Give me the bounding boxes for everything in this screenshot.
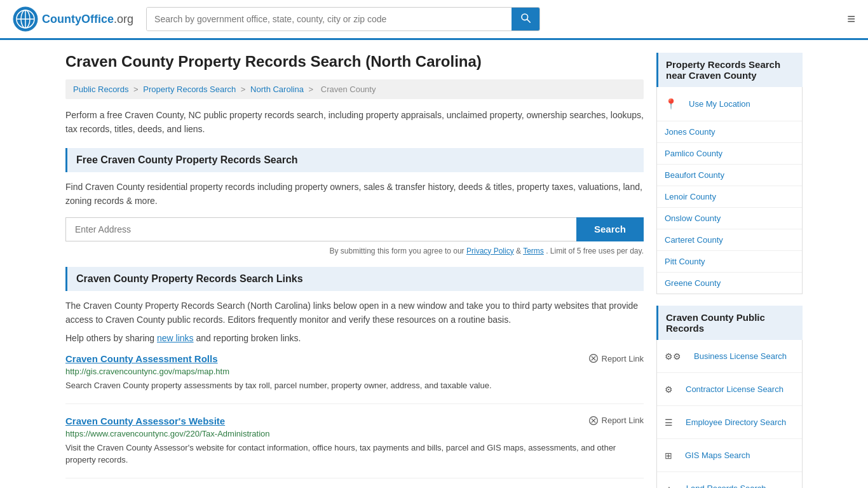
report-link-button-2[interactable]: Report Link xyxy=(588,416,644,426)
link-item-header-2: Craven County Assessor's Website Report … xyxy=(65,416,644,426)
sidebar-item-pamlico-county[interactable]: Pamlico County xyxy=(657,143,802,164)
link-desc-2: Visit the Craven County Assessor's websi… xyxy=(65,442,644,466)
sidebar-item-greene-county[interactable]: Greene County xyxy=(657,273,802,294)
nearby-counties-list: 📍 Use My Location Jones County Pamlico C… xyxy=(656,87,803,294)
sidebar-item-lenoir-county[interactable]: Lenoir County xyxy=(657,186,802,207)
gis-maps-icon: ⊞ xyxy=(665,451,672,461)
links-section-heading: Craven County Property Records Search Li… xyxy=(65,267,644,291)
links-section: Craven County Property Records Search Li… xyxy=(65,267,644,478)
list-item: ⊞ GIS Maps Search xyxy=(657,439,802,472)
link-title-assessor-website[interactable]: Craven County Assessor's Website xyxy=(65,416,225,426)
report-link-button-1[interactable]: Report Link xyxy=(588,353,644,363)
page-description: Perform a free Craven County, NC public … xyxy=(65,108,644,137)
terms-link[interactable]: Terms xyxy=(523,247,544,255)
breadcrumb-north-carolina[interactable]: North Carolina xyxy=(250,85,304,94)
sidebar-item-contractor-license[interactable]: Contractor License Search xyxy=(678,379,791,400)
sidebar-item-business-license[interactable]: Business License Search xyxy=(686,346,794,367)
free-search-heading: Free Craven County Property Records Sear… xyxy=(65,148,644,172)
list-item: ▲ Land Records Search xyxy=(657,472,802,488)
sidebar-item-onslow-county[interactable]: Onslow County xyxy=(657,208,802,229)
links-description: The Craven County Property Records Searc… xyxy=(65,299,644,327)
page-title: Craven County Property Records Search (N… xyxy=(65,53,644,71)
list-item: Greene County xyxy=(657,273,802,294)
public-records-list: ⚙⚙ Business License Search ⚙ Contractor … xyxy=(656,340,803,488)
breadcrumb-public-records[interactable]: Public Records xyxy=(73,85,128,94)
list-item: ⚙ Contractor License Search xyxy=(657,373,802,406)
header: CountyOffice.org ≡ xyxy=(0,0,868,40)
use-my-location-link[interactable]: Use My Location xyxy=(681,93,758,114)
link-url-2[interactable]: https://www.cravencountync.gov/220/Tax-A… xyxy=(65,429,644,438)
logo-text: CountyOffice.org xyxy=(42,13,133,26)
list-item: Carteret County xyxy=(657,229,802,251)
menu-icon-button[interactable]: ≡ xyxy=(847,11,855,27)
list-item: Pitt County xyxy=(657,251,802,273)
header-search-bar xyxy=(146,7,540,31)
header-search-button[interactable] xyxy=(512,8,539,30)
main-container: Craven County Property Records Search (N… xyxy=(53,40,815,488)
logo-icon xyxy=(13,6,38,32)
breadcrumb-property-records[interactable]: Property Records Search xyxy=(143,85,236,94)
sidebar-item-land-records[interactable]: Land Records Search xyxy=(679,478,774,488)
address-input[interactable] xyxy=(65,217,576,241)
list-item: Beaufort County xyxy=(657,165,802,186)
sidebar-item-gis-maps[interactable]: GIS Maps Search xyxy=(677,445,758,466)
report-link-icon-1 xyxy=(588,353,599,363)
link-item-assessor-website: Craven County Assessor's Website Report … xyxy=(65,416,644,478)
svg-line-6 xyxy=(527,19,530,22)
contractor-license-icon: ⚙ xyxy=(665,384,673,395)
business-license-icon: ⚙⚙ xyxy=(665,351,681,362)
link-desc-1: Search Craven County property assessment… xyxy=(65,379,644,392)
use-my-location-item[interactable]: 📍 Use My Location xyxy=(657,87,802,121)
breadcrumb-craven-county: Craven County xyxy=(321,85,376,94)
list-item: Jones County xyxy=(657,121,802,143)
list-item: ☰ Employee Directory Search xyxy=(657,406,802,439)
share-links-text: Help others by sharing new links and rep… xyxy=(65,333,644,343)
sidebar-item-jones-county[interactable]: Jones County xyxy=(657,121,802,142)
report-link-icon-2 xyxy=(588,416,599,426)
free-search-description: Find Craven County residential property … xyxy=(65,180,644,208)
location-pin-icon: 📍 xyxy=(665,98,677,110)
sidebar-item-employee-directory[interactable]: Employee Directory Search xyxy=(678,412,794,433)
nearby-counties-heading: Property Records Search near Craven Coun… xyxy=(656,53,803,87)
search-button[interactable]: Search xyxy=(576,217,644,241)
employee-directory-icon: ☰ xyxy=(665,417,673,428)
breadcrumb-sep-3: > xyxy=(309,85,316,94)
breadcrumb-sep-2: > xyxy=(241,85,248,94)
link-title-assessment-rolls[interactable]: Craven County Assessment Rolls xyxy=(65,353,218,364)
list-item: Pamlico County xyxy=(657,143,802,165)
breadcrumb: Public Records > Property Records Search… xyxy=(65,79,644,99)
link-url-1[interactable]: http://gis.cravencountync.gov/maps/map.h… xyxy=(65,367,644,376)
sidebar-item-carteret-county[interactable]: Carteret County xyxy=(657,229,802,250)
form-disclaimer: By submitting this form you agree to our… xyxy=(65,247,644,255)
content-area: Craven County Property Records Search (N… xyxy=(65,53,644,488)
land-records-icon: ▲ xyxy=(665,484,674,489)
breadcrumb-sep-1: > xyxy=(133,85,140,94)
address-search-form: Search xyxy=(65,217,644,241)
header-search-input[interactable] xyxy=(147,8,512,30)
link-item-assessment-rolls: Craven County Assessment Rolls Report Li… xyxy=(65,353,644,404)
sidebar: Property Records Search near Craven Coun… xyxy=(656,53,803,488)
sidebar-item-beaufort-county[interactable]: Beaufort County xyxy=(657,165,802,186)
list-item: Onslow County xyxy=(657,208,802,229)
list-item: ⚙⚙ Business License Search xyxy=(657,340,802,373)
logo[interactable]: CountyOffice.org xyxy=(13,6,133,32)
new-links-link[interactable]: new links xyxy=(157,333,194,343)
sidebar-item-pitt-county[interactable]: Pitt County xyxy=(657,251,802,272)
privacy-policy-link[interactable]: Privacy Policy xyxy=(466,247,514,255)
public-records-heading: Craven County Public Records xyxy=(656,306,803,340)
list-item: Lenoir County xyxy=(657,186,802,208)
link-item-header-1: Craven County Assessment Rolls Report Li… xyxy=(65,353,644,364)
